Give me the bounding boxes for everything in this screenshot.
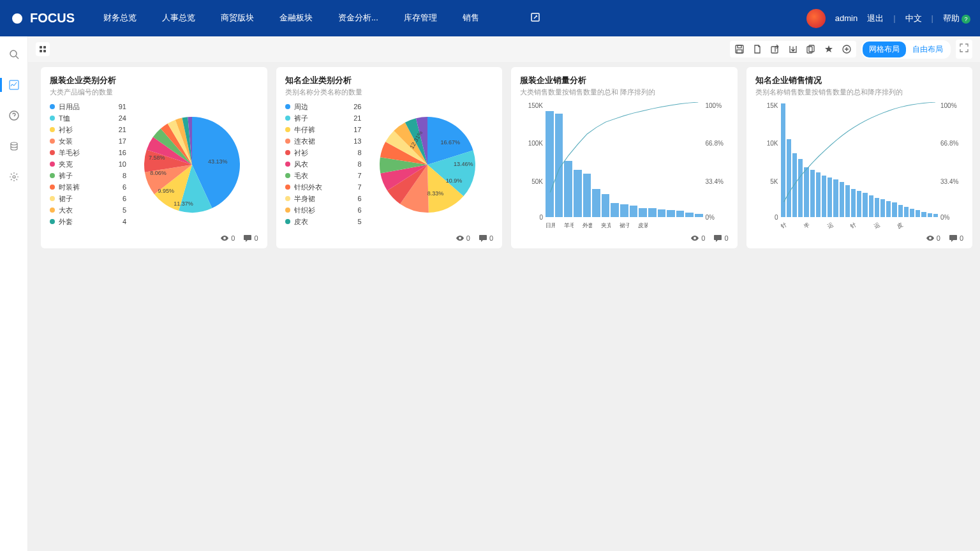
card-subtitle: 类别名称销售数量按销售数量的总和降序排列的: [755, 87, 964, 97]
file-icon[interactable]: [753, 45, 762, 54]
layout-grid-button[interactable]: 网格布局: [863, 42, 906, 57]
logo[interactable]: FOCUS: [10, 11, 75, 26]
help-badge-icon: ?: [961, 15, 970, 24]
y-axis: 150K 100K 50K 0: [520, 102, 546, 217]
comment-icon: [244, 234, 251, 242]
database-icon[interactable]: [8, 140, 20, 153]
nav-item-sales[interactable]: 销售: [463, 12, 479, 25]
avatar[interactable]: [806, 9, 826, 28]
help-circle-icon[interactable]: [8, 109, 20, 122]
legend-item: 裤子21: [285, 112, 362, 124]
pie-slice-label: 13.46%: [454, 161, 473, 167]
legend-item: 风衣8: [285, 158, 362, 170]
views-count: 0: [691, 234, 705, 242]
copy-icon[interactable]: [806, 45, 815, 54]
nav-item-financial[interactable]: 金融板块: [279, 12, 313, 25]
download-icon[interactable]: [789, 45, 798, 54]
comments-count: 0: [244, 234, 258, 242]
comments-count: 0: [714, 234, 728, 242]
pareto-chart[interactable]: 150K 100K 50K 0 100% 66.8% 33.4% 0%: [520, 102, 729, 230]
eye-icon: [221, 234, 228, 242]
svg-rect-9: [771, 47, 778, 53]
lang-link[interactable]: 中文: [905, 13, 922, 24]
expand-icon[interactable]: [956, 40, 972, 59]
cumulative-line: [546, 102, 703, 217]
help-link[interactable]: 帮助?: [943, 13, 970, 24]
legend-item: 衬衫8: [285, 147, 362, 158]
search-icon[interactable]: [8, 48, 20, 61]
pie-chart[interactable]: 43.13% 11.37% 9.95% 8.06% 7.58%: [126, 101, 258, 229]
pie-chart[interactable]: 16.67% 13.46% 10.9% 8.33% 12.31%: [362, 101, 494, 229]
card-subtitle: 大类产品编号的数量: [50, 87, 258, 97]
username[interactable]: admin: [835, 13, 858, 23]
nav-item-fund[interactable]: 资金分析...: [338, 12, 378, 25]
separator: |: [932, 13, 933, 23]
pie-slice-label: 7.58%: [149, 155, 165, 161]
logo-text: FOCUS: [30, 11, 75, 26]
legend-item: 女装17: [50, 135, 126, 147]
svg-point-5: [13, 176, 15, 178]
nav-item-finance[interactable]: 财务总览: [103, 12, 137, 25]
toolbar: 网格布局 自由布局: [28, 36, 980, 62]
x-axis: 针织...半身...运动...针织...运动...皮带: [781, 222, 939, 230]
cards-grid: 服装企业类别分析 大类产品编号的数量 日用品91T恤24衬衫21女装17羊毛衫1…: [28, 62, 980, 253]
pie-slice-label: 8.06%: [150, 170, 167, 176]
nav-item-inventory[interactable]: 库存管理: [404, 12, 437, 25]
logout-link[interactable]: 退出: [867, 13, 884, 24]
svg-point-4: [11, 142, 17, 145]
legend-item: T恤24: [50, 112, 126, 124]
views-count: 0: [456, 234, 470, 242]
eye-icon: [691, 234, 699, 242]
card-title: 知名企业销售情况: [755, 75, 964, 86]
gear-icon[interactable]: [8, 170, 20, 183]
legend-item: 皮衣5: [285, 216, 362, 227]
star-icon[interactable]: [824, 45, 833, 54]
card-famous-sales: 知名企业销售情况 类别名称销售数量按销售数量的总和降序排列的 15K 10K 5…: [746, 67, 973, 248]
svg-rect-2: [10, 80, 19, 89]
legend-item: 日用品91: [50, 101, 126, 112]
pareto-chart[interactable]: 15K 10K 5K 0 100% 66.8% 33.4% 0%: [755, 102, 964, 230]
layout-toggle: 网格布局 自由布局: [861, 40, 951, 59]
legend-item: 半身裙6: [285, 193, 362, 204]
views-count: 0: [221, 234, 235, 242]
legend: 日用品91T恤24衬衫21女装17羊毛衫16夹克10裤子8时装裤6裙子6大衣5外…: [50, 101, 126, 229]
svg-rect-13: [244, 235, 251, 240]
legend-item: 毛衣7: [285, 170, 362, 181]
card-title: 服装企业销量分析: [520, 75, 729, 86]
card-clothing-sales: 服装企业销量分析 大类销售数量按销售数量的总和 降序排列的 150K 100K …: [511, 67, 738, 248]
share-icon[interactable]: [771, 45, 780, 54]
views-count: 0: [926, 234, 940, 242]
legend-item: 针织衫6: [285, 204, 362, 216]
cumulative-line: [781, 102, 939, 217]
layout-free-button[interactable]: 自由布局: [906, 42, 949, 57]
dashboard-icon[interactable]: [8, 79, 20, 91]
legend-item: 时装裤6: [50, 181, 126, 193]
nav-right: admin 退出 | 中文 | 帮助?: [806, 9, 970, 28]
pie-slice-label: 43.13%: [208, 158, 228, 165]
comments-count: 0: [479, 234, 493, 242]
add-circle-icon[interactable]: [842, 45, 851, 54]
legend-item: 针织外衣7: [285, 181, 362, 193]
save-icon[interactable]: [735, 45, 744, 54]
legend-item: 羊毛衫5: [285, 227, 362, 229]
eye-icon: [456, 234, 464, 242]
legend-item: 裤子8: [50, 170, 126, 181]
pie-slice-label: 11.37%: [174, 200, 193, 207]
legend-item: 周边26: [285, 101, 362, 112]
eye-icon: [926, 234, 934, 242]
comment-icon: [479, 234, 487, 242]
edit-icon[interactable]: [530, 12, 540, 25]
nav-item-hr[interactable]: 人事总览: [162, 12, 195, 25]
y2-axis: 100% 66.8% 33.4% 0%: [938, 102, 963, 217]
comment-icon: [949, 234, 957, 242]
comments-count: 0: [949, 234, 963, 242]
legend-item: 衬衫21: [50, 124, 126, 135]
legend-item: 外套4: [50, 216, 126, 227]
card-title: 知名企业类别分析: [285, 75, 494, 86]
grip-icon[interactable]: [36, 42, 50, 56]
svg-rect-8: [737, 50, 742, 53]
nav-items: 财务总览 人事总览 商贸版块 金融板块 资金分析... 库存管理 销售: [103, 12, 806, 25]
pie-slice-label: 16.67%: [440, 139, 460, 146]
svg-point-1: [10, 50, 17, 57]
nav-item-trade[interactable]: 商贸版块: [221, 12, 254, 25]
